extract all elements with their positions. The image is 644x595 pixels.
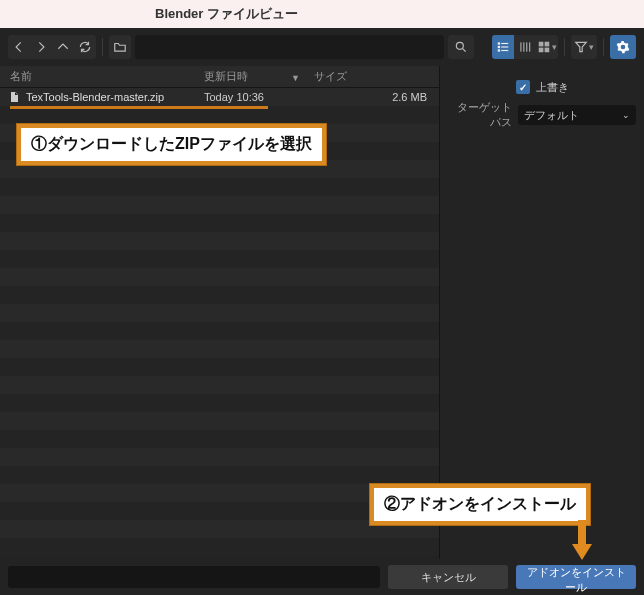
svg-rect-8 — [520, 42, 521, 51]
install-addon-button[interactable]: アドオンをインストール — [516, 565, 636, 589]
chevron-down-icon: ▾ — [552, 42, 557, 52]
forward-icon[interactable] — [30, 35, 52, 59]
filter-icon[interactable]: ▾ — [571, 35, 597, 59]
svg-line-1 — [463, 49, 466, 52]
selection-underline — [10, 106, 268, 109]
empty-row — [0, 394, 439, 412]
target-path-label: ターゲットパス — [448, 100, 512, 130]
sort-indicator-icon: ▼ — [291, 73, 300, 83]
overwrite-checkbox[interactable]: ✓ — [516, 80, 530, 94]
empty-row — [0, 412, 439, 430]
empty-row — [0, 430, 439, 448]
view-list-vertical-icon[interactable] — [492, 35, 514, 59]
file-icon — [6, 91, 22, 103]
svg-rect-11 — [529, 42, 530, 51]
empty-row — [0, 340, 439, 358]
refresh-icon[interactable] — [74, 35, 96, 59]
chevron-down-icon: ▾ — [589, 42, 594, 52]
svg-marker-16 — [576, 42, 587, 51]
divider — [564, 38, 565, 56]
column-name[interactable]: 名前 — [0, 69, 196, 84]
svg-rect-15 — [545, 48, 550, 53]
nav-group — [8, 35, 96, 59]
empty-row — [0, 286, 439, 304]
column-size[interactable]: サイズ — [306, 69, 439, 84]
empty-row — [0, 358, 439, 376]
target-path-select[interactable]: デフォルト ⌄ — [518, 105, 636, 125]
target-path-value: デフォルト — [524, 108, 579, 123]
annotation-step-2: ②アドオンをインストール — [370, 484, 590, 525]
svg-marker-18 — [572, 544, 592, 560]
topbar: ▾ ▾ — [0, 28, 644, 66]
svg-rect-14 — [539, 48, 544, 53]
filename-input[interactable] — [8, 566, 380, 588]
empty-row — [0, 466, 439, 484]
svg-rect-7 — [501, 50, 508, 51]
column-date[interactable]: 更新日時 ▼ — [196, 69, 306, 84]
empty-row — [0, 250, 439, 268]
svg-rect-2 — [498, 42, 500, 44]
up-icon[interactable] — [52, 35, 74, 59]
view-list-horizontal-icon[interactable] — [514, 35, 536, 59]
svg-point-0 — [456, 42, 463, 49]
empty-row — [0, 178, 439, 196]
svg-rect-6 — [501, 46, 508, 47]
search-icon[interactable] — [448, 35, 474, 59]
svg-rect-12 — [539, 42, 544, 47]
file-name: TexTools-Blender-master.zip — [26, 91, 196, 103]
svg-rect-17 — [578, 520, 586, 544]
chevron-down-icon: ⌄ — [622, 110, 630, 120]
annotation-step-1: ①ダウンロードしたZIPファイルを選択 — [17, 124, 326, 165]
file-size: 2.6 MB — [306, 91, 439, 103]
empty-row — [0, 268, 439, 286]
empty-row — [0, 538, 439, 556]
divider — [603, 38, 604, 56]
empty-row — [0, 214, 439, 232]
svg-rect-10 — [526, 42, 527, 51]
empty-row — [0, 322, 439, 340]
file-list-header: 名前 更新日時 ▼ サイズ — [0, 66, 439, 88]
divider — [102, 38, 103, 56]
file-row[interactable]: TexTools-Blender-master.zip Today 10:36 … — [0, 88, 439, 106]
back-icon[interactable] — [8, 35, 30, 59]
window-title: Blender ファイルビュー — [155, 5, 298, 23]
empty-row — [0, 304, 439, 322]
view-thumbnail-icon[interactable]: ▾ — [536, 35, 558, 59]
svg-rect-3 — [498, 46, 500, 48]
file-date: Today 10:36 — [196, 91, 306, 103]
new-folder-icon[interactable] — [109, 35, 131, 59]
column-date-label: 更新日時 — [204, 70, 248, 82]
empty-row — [0, 196, 439, 214]
path-input[interactable] — [135, 35, 444, 59]
cancel-button[interactable]: キャンセル — [388, 565, 508, 589]
svg-rect-4 — [498, 49, 500, 51]
titlebar: Blender ファイルビュー — [0, 0, 644, 28]
gear-icon[interactable] — [610, 35, 636, 59]
svg-rect-5 — [501, 43, 508, 44]
view-mode-group: ▾ — [492, 35, 558, 59]
footer: キャンセル アドオンをインストール — [0, 559, 644, 595]
empty-row — [0, 376, 439, 394]
empty-row — [0, 232, 439, 250]
overwrite-label: 上書き — [536, 80, 569, 95]
arrow-down-icon — [572, 520, 592, 560]
svg-rect-13 — [545, 42, 550, 47]
svg-rect-9 — [523, 42, 524, 51]
empty-row — [0, 448, 439, 466]
